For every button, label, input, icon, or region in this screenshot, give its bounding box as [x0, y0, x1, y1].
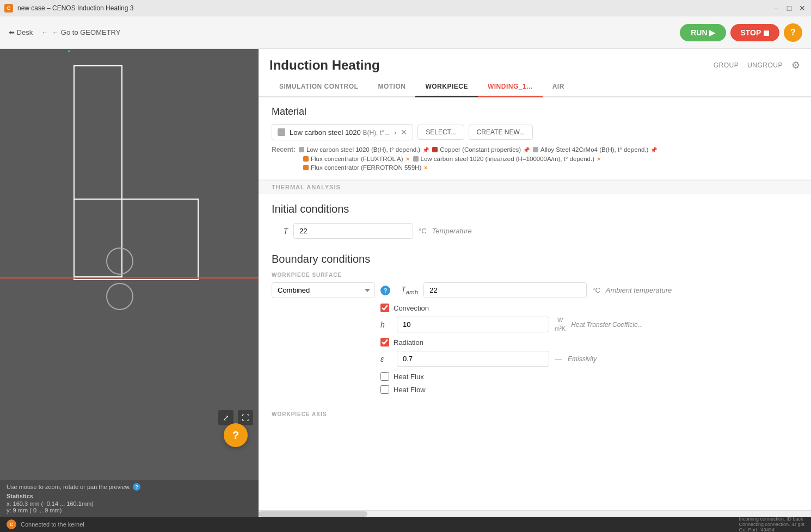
h-unit-denominator: m²K — [555, 325, 566, 332]
unpin-icon-3[interactable]: ✕ — [406, 156, 410, 162]
content-wrapper: Material Low carbon steel 1020 B(H), t°.… — [259, 97, 811, 517]
radiation-checkbox[interactable] — [380, 338, 389, 347]
geometry-nav-label: ← Go to GEOMETRY — [52, 28, 120, 36]
group-button[interactable]: GROUP — [714, 61, 739, 69]
create-material-button[interactable]: CREATE NEW... — [469, 125, 533, 140]
thermal-analysis-label: THERMAL ANALYSIS — [272, 184, 341, 190]
unpin-icon-4[interactable]: ✕ — [597, 156, 601, 162]
run-button[interactable]: RUN ▶ — [680, 24, 726, 41]
boundary-conditions-section: Boundary conditions WORKPIECE SURFACE Co… — [259, 253, 811, 407]
pin-icon-1[interactable]: 📌 — [523, 147, 530, 153]
top-nav: ⬅ Desk ← ← Go to GEOMETRY RUN ▶ STOP ◼ ? — [0, 16, 811, 49]
recent-item-3[interactable]: Flux concentrator (FLUXTROL A) ✕ — [303, 156, 410, 162]
surface-help-icon[interactable]: ? — [380, 286, 390, 295]
material-color-swatch — [278, 128, 285, 136]
material-remove-icon[interactable]: ✕ — [401, 128, 407, 137]
nav-arrow-icon: ← — [41, 28, 48, 36]
convection-checkbox[interactable] — [380, 304, 389, 312]
floating-help-button[interactable]: ? — [224, 423, 248, 447]
material-row: Low carbon steel 1020 B(H), t°... › ✕ SE… — [272, 124, 798, 140]
radiation-checkbox-row: Radiation — [272, 338, 798, 347]
h-field-row: h W m²K Heat Transfer Coefficie... — [272, 317, 798, 332]
recent-label: Recent: — [272, 146, 296, 153]
stop-button[interactable]: STOP ◼ — [730, 24, 779, 41]
t-amb-subscript: amb — [406, 288, 419, 295]
recent-item-4[interactable]: Low carbon steel 1020 (linearized (H=100… — [413, 156, 601, 162]
heat-flux-label: Heat Flux — [394, 373, 424, 381]
material-name: Low carbon steel 1020 B(H), t°... — [290, 128, 390, 137]
status-app-icon: C — [7, 519, 16, 529]
t-amb-input[interactable] — [423, 282, 587, 298]
radiation-label: Radiation — [394, 338, 423, 347]
temperature-input[interactable] — [293, 223, 413, 239]
recent-dot-1 — [432, 147, 438, 152]
material-title: Material — [272, 106, 798, 117]
close-button[interactable]: ✕ — [798, 4, 807, 13]
tab-motion[interactable]: MOTION — [368, 77, 415, 97]
fullscreen-button[interactable]: ⛶ — [238, 410, 253, 425]
fit-to-screen-button[interactable]: ⤢ — [218, 410, 234, 425]
recent-text-0: Low carbon steel 1020 (B(H), t° depend.) — [306, 146, 420, 153]
recent-row: Recent: Low carbon steel 1020 (B(H), t° … — [272, 146, 798, 153]
minimize-button[interactable]: – — [772, 4, 781, 13]
horizontal-scrollbar[interactable] — [259, 510, 811, 517]
tab-workpiece[interactable]: WORKPIECE — [415, 77, 478, 97]
h-input[interactable] — [397, 317, 549, 332]
recent-item-5[interactable]: Flux concentrator (FERROTRON 559H) ✕ — [303, 164, 428, 171]
heat-flow-checkbox-row: Heat Flow — [272, 385, 798, 394]
maximize-button[interactable]: □ — [785, 4, 794, 13]
recent-item-2[interactable]: Alloy Steel 42CrMo4 (B(H), t° depend.) 📌 — [533, 146, 657, 153]
pin-icon-2[interactable]: 📌 — [650, 147, 657, 153]
h-unit-numerator: W — [557, 317, 563, 325]
select-material-button[interactable]: SELECT... — [417, 125, 464, 140]
heat-flow-checkbox[interactable] — [380, 385, 389, 394]
geometry-nav-button[interactable]: ← ← Go to GEOMETRY — [41, 28, 120, 36]
workpiece-shape-bottom — [73, 199, 199, 280]
h-unit: W m²K — [555, 317, 566, 332]
horizontal-scrollbar-thumb[interactable] — [259, 511, 367, 517]
desk-nav-button[interactable]: ⬅ Desk — [9, 28, 33, 36]
mouse-info-text: Use mouse to zoom, rotate or pan the pre… — [7, 484, 131, 490]
heat-flux-checkbox[interactable] — [380, 372, 389, 381]
heat-flow-label: Heat Flow — [394, 386, 426, 394]
content-header: Induction Heating GROUP UNGROUP ⚙ — [259, 49, 811, 77]
app-icon: C — [4, 4, 13, 13]
surface-type-dropdown[interactable]: Combined Convection only Radiation only … — [272, 282, 375, 298]
epsilon-input[interactable] — [397, 351, 549, 367]
material-expand-icon[interactable]: › — [394, 128, 396, 137]
initial-conditions-title: Initial conditions — [272, 203, 798, 215]
title-bar: C new case – CENOS Induction Heating 3 –… — [0, 0, 811, 16]
combined-dropdown-row: Combined Convection only Radiation only … — [272, 282, 798, 298]
heat-flux-checkbox-row: Heat Flux — [272, 372, 798, 381]
x-stats: x: 160.3 mm (−0.14 ... 160.1mm) — [7, 500, 252, 507]
tab-air[interactable]: AIR — [543, 77, 574, 97]
red-boundary-line — [0, 277, 259, 279]
main-layout: ⤢ ⛶ ? Use mouse to zoom, rotate or pan t… — [0, 49, 811, 517]
preview-footer: Use mouse to zoom, rotate or pan the pre… — [0, 480, 259, 517]
convection-label: Convection — [394, 304, 429, 312]
pin-icon-0[interactable]: 📌 — [422, 147, 429, 153]
recent-item-0[interactable]: Low carbon steel 1020 (B(H), t° depend.)… — [299, 146, 429, 153]
epsilon-description: Emissivity — [568, 355, 597, 363]
bottom-spacer — [259, 419, 811, 441]
preview-help-icon[interactable]: ? — [133, 483, 140, 491]
ungroup-button[interactable]: UNGROUP — [747, 61, 783, 69]
help-button[interactable]: ? — [784, 23, 802, 42]
preview-canvas[interactable]: ⤢ ⛶ ? — [0, 49, 259, 480]
window-controls: – □ ✕ — [772, 4, 807, 13]
tab-winding[interactable]: WINDING_1... — [478, 77, 543, 97]
h-label: h — [380, 320, 391, 329]
material-chip[interactable]: Low carbon steel 1020 B(H), t°... › ✕ — [272, 124, 413, 140]
temp-description: Temperature — [432, 227, 472, 235]
tab-simulation-control[interactable]: SIMULATION CONTROL — [269, 77, 368, 97]
green-indicator — [68, 50, 70, 52]
settings-icon[interactable]: ⚙ — [791, 59, 800, 71]
temp-label: T — [272, 227, 288, 236]
unpin-icon-5[interactable]: ✕ — [423, 165, 428, 171]
thermal-analysis-separator: THERMAL ANALYSIS — [259, 180, 811, 194]
tab-content[interactable]: Material Low carbon steel 1020 B(H), t°.… — [259, 97, 811, 510]
temp-unit: °C — [419, 227, 427, 235]
epsilon-field-row: ε — Emissivity — [272, 351, 798, 367]
recent-item-1[interactable]: Copper (Constant properties) 📌 — [432, 146, 530, 153]
run-label: RUN ▶ — [691, 28, 715, 37]
